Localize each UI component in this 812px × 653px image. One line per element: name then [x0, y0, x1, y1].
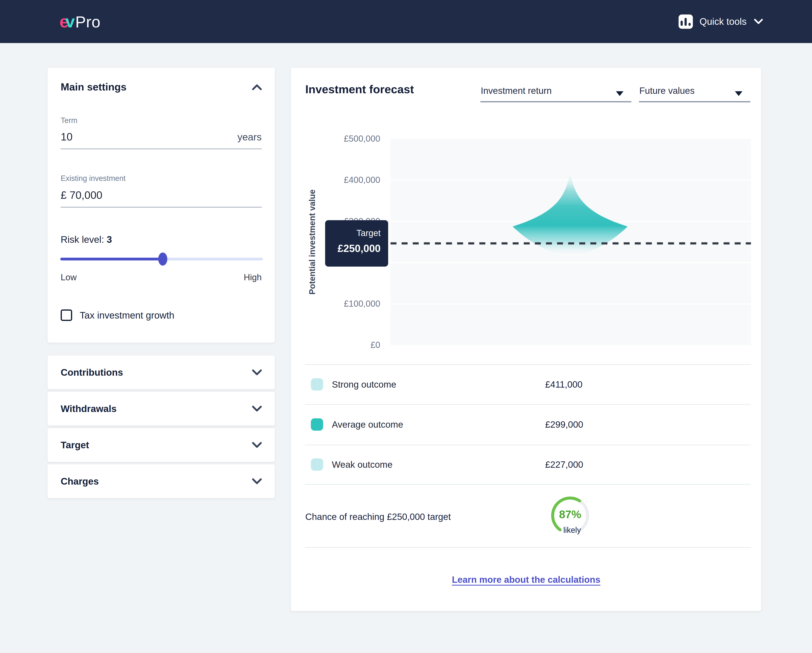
average-outcome-label: Average outcome — [332, 419, 403, 430]
y-tick-100k: £100,000 — [291, 299, 380, 309]
term-value[interactable]: 10 — [61, 130, 73, 143]
investment-forecast-panel: Investment forecast Investment return Fu… — [291, 68, 761, 611]
divider — [305, 404, 751, 405]
future-values-select[interactable]: Future values — [639, 72, 750, 106]
select-underline — [639, 101, 750, 102]
chance-label: Chance of reaching £250,000 target — [305, 511, 451, 522]
weak-outcome-value: £227,000 — [545, 459, 583, 470]
brand-logo[interactable]: ev Pro — [60, 12, 101, 31]
section-withdrawals-label: Withdrawals — [61, 403, 117, 414]
weak-outcome-swatch — [311, 459, 323, 471]
future-values-value: Future values — [640, 85, 694, 96]
section-target-label: Target — [61, 440, 89, 451]
tax-growth-row[interactable]: Tax investment growth — [61, 309, 174, 321]
risk-level-value: 3 — [107, 234, 112, 245]
chevron-down-icon — [251, 369, 263, 376]
section-contributions-label: Contributions — [61, 367, 123, 378]
top-navbar: ev Pro Quick tools — [0, 0, 812, 43]
dropdown-arrow-icon — [616, 91, 623, 96]
section-charges-label: Charges — [61, 476, 99, 487]
y-tick-400k: £400,000 — [291, 175, 380, 185]
strong-outcome-label: Strong outcome — [332, 379, 396, 390]
risk-level-label: Risk level: 3 — [61, 234, 112, 245]
risk-low-label: Low — [61, 272, 77, 282]
dropdown-arrow-icon — [735, 91, 742, 96]
section-target[interactable]: Target — [47, 428, 275, 462]
risk-slider-thumb[interactable] — [158, 252, 167, 266]
target-tooltip: Target £250,000 — [325, 220, 388, 267]
learn-more-wrapper: Learn more about the calculations — [291, 574, 761, 585]
section-charges[interactable]: Charges — [47, 464, 275, 498]
main-settings-panel: Main settings Term 10 years Existing inv… — [47, 68, 275, 343]
bar-chart-icon — [679, 14, 693, 29]
brand-letter-v: v — [66, 12, 74, 31]
divider — [305, 445, 751, 445]
average-outcome-value: £299,000 — [545, 419, 583, 430]
section-withdrawals[interactable]: Withdrawals — [47, 392, 275, 425]
risk-slider[interactable] — [60, 252, 263, 266]
forecast-title: Investment forecast — [305, 83, 414, 96]
chevron-down-icon — [251, 477, 263, 485]
chevron-down-icon — [251, 441, 263, 449]
risk-slider-scale: Low High — [61, 272, 262, 282]
term-unit: years — [238, 131, 262, 143]
weak-outcome-label: Weak outcome — [332, 459, 392, 470]
term-label: Term — [61, 116, 77, 125]
y-tick-0: £0 — [291, 340, 380, 350]
divider — [305, 547, 751, 548]
tax-growth-label: Tax investment growth — [80, 310, 174, 321]
divider — [305, 364, 751, 365]
risk-level-text: Risk level: — [61, 234, 104, 245]
learn-more-link[interactable]: Learn more about the calculations — [452, 575, 600, 585]
target-tooltip-value: £250,000 — [325, 242, 381, 254]
y-tick-500k: £500,000 — [291, 134, 380, 144]
app-canvas: ev Pro Quick tools Main settings Term 10… — [0, 0, 812, 653]
average-outcome-swatch — [311, 418, 323, 431]
existing-investment-input[interactable]: £ 70,000 — [61, 189, 262, 208]
chance-percent: 87% — [550, 508, 590, 521]
tax-growth-checkbox[interactable] — [61, 309, 72, 321]
target-dashed-line — [391, 139, 751, 345]
select-underline — [480, 101, 631, 102]
risk-high-label: High — [244, 272, 262, 282]
main-settings-title: Main settings — [61, 81, 127, 93]
chevron-up-icon[interactable] — [251, 83, 263, 91]
strong-outcome-swatch — [311, 378, 323, 391]
chevron-down-icon — [251, 405, 263, 413]
forecast-plot-area — [391, 139, 751, 345]
investment-return-select[interactable]: Investment return — [480, 72, 631, 106]
strong-outcome-value: £411,000 — [545, 379, 582, 390]
existing-investment-label: Existing investment — [61, 174, 125, 183]
brand-logo-pro: Pro — [75, 13, 101, 31]
chance-qualifier: likely — [552, 526, 592, 535]
investment-return-value: Investment return — [481, 85, 552, 96]
section-contributions[interactable]: Contributions — [47, 355, 275, 389]
brand-logo-ev: ev — [60, 12, 74, 31]
divider — [305, 484, 751, 485]
quick-tools-menu[interactable]: Quick tools — [679, 14, 764, 29]
existing-investment-value[interactable]: £ 70,000 — [61, 189, 102, 201]
quick-tools-label: Quick tools — [700, 16, 746, 27]
chevron-down-icon — [753, 18, 764, 25]
target-tooltip-label: Target — [325, 228, 381, 238]
y-axis-title: Potential investment value — [307, 190, 317, 295]
term-input[interactable]: 10 years — [61, 130, 262, 149]
